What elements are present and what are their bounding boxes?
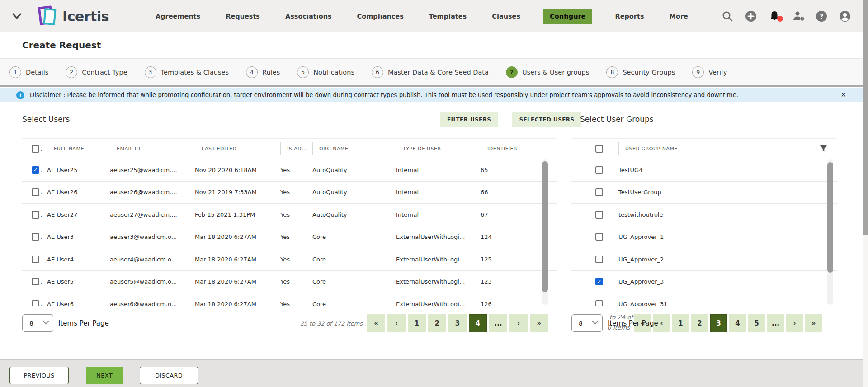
user-row[interactable]: . AE User3 aeuser3@waadicm.o... Mar 18 2…: [22, 226, 557, 249]
stepper-step[interactable]: 9 Verify: [692, 66, 727, 78]
nav-item[interactable]: Associations: [283, 9, 335, 24]
stepper-step[interactable]: 6 Master Data & Core Seed Data: [372, 66, 489, 78]
previous-button[interactable]: PREVIOUS: [9, 367, 69, 384]
page-title: Create Request: [22, 40, 101, 51]
notifications-bell-icon[interactable]: [769, 10, 780, 22]
nav-item[interactable]: More: [667, 9, 691, 24]
page-button[interactable]: 1: [408, 314, 426, 332]
user-org-name: AutoQuality: [312, 211, 396, 218]
group-row-checkbox[interactable]: [595, 188, 603, 196]
page-button[interactable]: 4: [469, 314, 487, 332]
group-row-checkbox[interactable]: [595, 300, 603, 306]
page-button[interactable]: 4: [729, 314, 746, 332]
user-type: Internal: [396, 189, 481, 196]
col-full-name[interactable]: FULL NAME: [47, 142, 110, 155]
page-button[interactable]: ...: [489, 314, 507, 332]
user-row[interactable]: . AE User27 aeuser27@waadicm.... Feb 15 …: [22, 204, 557, 226]
stepper-step[interactable]: 7 Users & User groups: [506, 66, 589, 78]
page-button[interactable]: 3: [710, 314, 727, 332]
page-button[interactable]: 2: [691, 314, 708, 332]
group-row-checkbox[interactable]: [595, 278, 603, 285]
stepper-step[interactable]: 5 Notifications: [297, 66, 354, 78]
collapse-chevron-icon[interactable]: [11, 10, 23, 22]
groups-scrollbar-thumb[interactable]: [827, 162, 833, 273]
user-row[interactable]: . AE User25 aeuser25@waadicm.... Nov 20 …: [22, 159, 557, 182]
group-row[interactable]: UG_Approver_2: [571, 248, 837, 271]
col-user-group-name[interactable]: USER GROUP NAME: [618, 142, 808, 155]
page-button[interactable]: ...: [767, 314, 784, 332]
nav-item[interactable]: Templates: [426, 9, 469, 24]
user-row[interactable]: . AE User5 aeuser5@waadicm.o... Mar 18 2…: [22, 271, 557, 294]
page-button[interactable]: »: [805, 314, 822, 332]
disclaimer-close-icon[interactable]: ✕: [840, 91, 846, 99]
page-button[interactable]: 5: [748, 314, 765, 332]
user-row-checkbox[interactable]: [32, 188, 39, 196]
add-icon[interactable]: [745, 10, 757, 22]
users-scrollbar-thumb[interactable]: [542, 161, 548, 292]
group-row[interactable]: TestUserGroup: [571, 182, 837, 204]
group-row-checkbox[interactable]: [595, 211, 603, 219]
filter-funnel-icon[interactable]: [820, 145, 827, 152]
user-row[interactable]: . AE User6 aeuser6@waadicm.o... Mar 18 2…: [22, 293, 557, 306]
user-is-admin: Yes: [280, 189, 312, 196]
user-full-name: AE User3: [47, 233, 110, 240]
group-row[interactable]: testwithoutrole: [571, 204, 837, 226]
nav-item[interactable]: Agreements: [153, 9, 203, 24]
user-row-checkbox[interactable]: [32, 233, 39, 241]
col-email-id[interactable]: EMAIL ID: [110, 142, 195, 155]
group-row-checkbox[interactable]: [595, 166, 603, 174]
group-row-checkbox[interactable]: [595, 256, 603, 263]
stepper-step[interactable]: 4 Rules: [246, 66, 280, 78]
page-button[interactable]: ›: [786, 314, 803, 332]
group-row[interactable]: UG_Approver_1: [571, 226, 837, 249]
select-all-groups-checkbox[interactable]: [595, 145, 603, 153]
user-row-checkbox[interactable]: [32, 166, 39, 174]
icertis-logo[interactable]: Icertis: [38, 5, 109, 28]
page-button[interactable]: ‹: [387, 314, 406, 332]
nav-item[interactable]: Clauses: [489, 9, 523, 24]
group-row-checkbox[interactable]: [595, 233, 603, 241]
nav-item[interactable]: Reports: [612, 9, 646, 24]
group-row[interactable]: UG_Approver_3: [571, 271, 837, 294]
col-org-name[interactable]: ORG NAME: [312, 142, 396, 155]
stepper-step[interactable]: 8 Security Groups: [606, 66, 675, 78]
user-row[interactable]: . AE User4 aeuser4@waadicm.o... Mar 18 2…: [22, 248, 557, 271]
col-last-edited[interactable]: LAST EDITED: [195, 142, 280, 155]
account-icon[interactable]: [839, 10, 851, 22]
page-button[interactable]: ›: [509, 314, 528, 332]
stepper-step[interactable]: 2 Contract Type: [66, 66, 127, 78]
page-button[interactable]: »: [530, 314, 548, 332]
col-type-of-user[interactable]: TYPE OF USER: [396, 142, 481, 155]
select-chevron-icon: [592, 321, 598, 325]
user-row-checkbox[interactable]: [32, 278, 39, 285]
stepper-step[interactable]: 3 Templates & Clauses: [145, 66, 229, 78]
search-icon[interactable]: [722, 10, 733, 22]
page-button[interactable]: «: [367, 314, 385, 332]
group-row[interactable]: UG_Approver_31: [571, 293, 837, 306]
next-button[interactable]: NEXT: [86, 367, 123, 384]
users-page-size-select[interactable]: 8: [22, 314, 53, 332]
col-identifier[interactable]: IDENTIFIER: [481, 142, 557, 155]
user-row[interactable]: . AE User26 aeuser26@waadicm.... Nov 21 …: [22, 182, 557, 204]
group-row[interactable]: TestUG4: [571, 159, 837, 182]
select-all-users-checkbox[interactable]: [32, 145, 39, 153]
user-row-checkbox[interactable]: [32, 300, 39, 306]
help-icon[interactable]: ?: [816, 10, 827, 22]
page-button[interactable]: 2: [428, 314, 446, 332]
user-admin-clock-icon[interactable]: [792, 10, 804, 22]
nav-item[interactable]: Configure: [543, 9, 592, 24]
stepper-step[interactable]: 1 Details: [9, 66, 48, 78]
filter-users-button[interactable]: FILTER USERS: [440, 112, 498, 127]
user-row-checkbox[interactable]: [32, 211, 39, 219]
nav-item[interactable]: Compliances: [354, 9, 406, 24]
user-row-checkbox[interactable]: [32, 256, 39, 263]
info-icon: i: [16, 91, 24, 99]
nav-item[interactable]: Requests: [223, 9, 263, 24]
page-button[interactable]: 1: [672, 314, 689, 332]
page-button[interactable]: 3: [448, 314, 467, 332]
col-is-admin[interactable]: IS AD...: [280, 142, 312, 155]
groups-page-size-select[interactable]: 8: [571, 314, 603, 332]
selected-users-button[interactable]: SELECTED USERS: [512, 112, 581, 127]
discard-button[interactable]: DISCARD: [140, 367, 198, 384]
page-scrollbar-thumb[interactable]: [863, 0, 868, 235]
